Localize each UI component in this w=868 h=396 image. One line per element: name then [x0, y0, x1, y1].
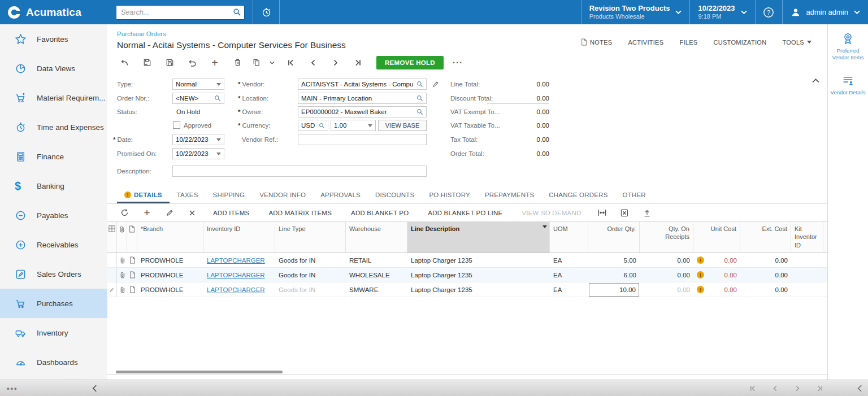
- cell-ext-cost[interactable]: 0.00: [740, 257, 791, 264]
- sidebar-item-material-requirem[interactable]: Material Requirem...: [0, 83, 107, 112]
- remove-hold-button[interactable]: REMOVE HOLD: [376, 56, 444, 69]
- cell-ext-cost[interactable]: 0.00: [740, 272, 791, 278]
- sidebar-item-payables[interactable]: Payables: [0, 201, 107, 230]
- table-row[interactable]: PRODWHOLE LAPTOPCHARGER Goods for IN SMW…: [107, 282, 827, 297]
- cell-line-type[interactable]: Goods for IN: [275, 272, 346, 278]
- cell-line-type[interactable]: Goods for IN: [275, 257, 346, 264]
- cell-qty-on-receipts[interactable]: 0.00: [640, 272, 693, 278]
- cell-warehouse[interactable]: WHOLESALE: [346, 272, 407, 278]
- go-prev-icon[interactable]: [302, 59, 324, 67]
- cell-uom[interactable]: EA: [550, 286, 588, 293]
- header-menu-activities[interactable]: ACTIVITIES: [620, 32, 671, 52]
- grid-button-add-blanket-po[interactable]: ADD BLANKET PO: [341, 210, 418, 216]
- export-excel-icon[interactable]: [613, 208, 636, 217]
- cell-order-qty[interactable]: 10.00: [588, 283, 640, 297]
- cell-branch[interactable]: PRODWHOLE: [137, 286, 203, 293]
- grid-button-add-matrix-items[interactable]: ADD MATRIX ITEMS: [259, 210, 341, 216]
- add-record-icon[interactable]: +: [203, 57, 226, 68]
- edit-vendor-icon[interactable]: [432, 80, 440, 88]
- column-header-kit-inventor-id[interactable]: Kit Inventor ID: [791, 222, 823, 253]
- note-icon[interactable]: [127, 286, 137, 293]
- delete-record-icon[interactable]: [226, 58, 249, 67]
- cell-warehouse[interactable]: SMWARE: [346, 286, 407, 293]
- column-header-line-type[interactable]: Line Type: [275, 222, 346, 253]
- cell-uom[interactable]: EA: [550, 257, 588, 264]
- column-header-line-description[interactable]: Line Description: [407, 222, 550, 253]
- save-close-icon[interactable]: [136, 58, 158, 67]
- cell-qty-on-receipts[interactable]: 0.00: [640, 257, 693, 264]
- cell-line-type[interactable]: Goods for IN: [275, 286, 346, 293]
- more-actions-icon[interactable]: ···: [453, 58, 463, 67]
- tab-shipping[interactable]: SHIPPING: [206, 188, 253, 203]
- fit-width-icon[interactable]: [591, 208, 613, 217]
- cell-uom[interactable]: EA: [550, 272, 588, 278]
- grid-settings-icon[interactable]: [107, 222, 117, 253]
- column-header-branch[interactable]: *Branch: [137, 222, 203, 253]
- collapse-panel-icon[interactable]: [857, 385, 862, 392]
- order-qty-input[interactable]: 10.00: [589, 283, 639, 297]
- tab-approvals[interactable]: APPROVALS: [313, 188, 368, 203]
- vendor-lookup[interactable]: ACITAISYST - Acitai Systems - Compu: [298, 79, 427, 90]
- cell-line-description[interactable]: Laptop Charger 1235: [407, 286, 550, 293]
- currency-rate-select[interactable]: 1.00: [331, 120, 376, 131]
- refresh-icon[interactable]: [113, 208, 136, 217]
- cell-qty-on-receipts[interactable]: 0.00: [640, 286, 693, 293]
- sidebar-item-receivables[interactable]: Receivables: [0, 230, 107, 259]
- cell-branch[interactable]: PRODWHOLE: [137, 272, 203, 278]
- sidebar-item-time-and-expenses[interactable]: Time and Expenses: [0, 112, 107, 142]
- user-menu[interactable]: admin admin: [782, 0, 868, 24]
- upload-icon[interactable]: [636, 208, 658, 217]
- pager-last-icon[interactable]: [817, 385, 824, 392]
- cell-unit-cost[interactable]: !0.00: [693, 256, 740, 264]
- pager-first-icon[interactable]: [749, 385, 756, 392]
- sidebar-item-finance[interactable]: Finance: [0, 142, 107, 171]
- edit-row-icon[interactable]: [158, 208, 181, 217]
- cell-order-qty[interactable]: 5.00: [588, 257, 640, 264]
- column-header-qty-on-receipts[interactable]: Qty. On Receipts: [640, 222, 693, 253]
- search-icon[interactable]: [233, 8, 241, 16]
- tab-other[interactable]: OTHER: [615, 188, 653, 203]
- attachment-icon[interactable]: [117, 286, 127, 294]
- horizontal-scrollbar[interactable]: [116, 371, 283, 373]
- help-icon[interactable]: ?: [755, 0, 782, 24]
- sidebar-item-data-views[interactable]: Data Views: [0, 54, 107, 83]
- tab-prepayments[interactable]: PREPAYMENTS: [478, 188, 541, 203]
- cell-unit-cost[interactable]: !0.00: [693, 286, 740, 293]
- attachment-icon[interactable]: [117, 271, 127, 279]
- cell-order-qty[interactable]: 6.00: [588, 272, 640, 278]
- cell-line-description[interactable]: Laptop Charger 1235: [407, 257, 550, 264]
- copy-paste-icon[interactable]: [249, 58, 263, 67]
- undo-icon[interactable]: [181, 58, 203, 68]
- inventory-id-link[interactable]: LAPTOPCHARGER: [207, 257, 265, 264]
- tab-vendor-info[interactable]: VENDOR INFO: [252, 188, 313, 203]
- sidebar-item-dashboards[interactable]: Dashboards: [0, 347, 107, 377]
- row-selector[interactable]: [107, 253, 117, 267]
- inventory-id-link[interactable]: LAPTOPCHARGER: [207, 286, 265, 293]
- business-date-icon[interactable]: [253, 7, 279, 18]
- go-first-icon[interactable]: [279, 59, 302, 67]
- cell-unit-cost[interactable]: !0.00: [693, 271, 740, 278]
- collapse-sidebar-icon[interactable]: [92, 385, 97, 392]
- cell-branch[interactable]: PRODWHOLE: [137, 257, 203, 264]
- table-row[interactable]: PRODWHOLE LAPTOPCHARGER Goods for IN WHO…: [107, 268, 827, 282]
- description-input[interactable]: [172, 166, 427, 177]
- approved-checkbox[interactable]: Approved: [173, 121, 211, 129]
- side-panel-preferred-vendor-items[interactable]: Preferred Vendor Items: [828, 24, 868, 66]
- save-icon[interactable]: [158, 58, 181, 67]
- column-header-order-qty[interactable]: Order Qty.: [588, 222, 640, 253]
- delete-row-icon[interactable]: [181, 209, 203, 217]
- tab-discounts[interactable]: DISCOUNTS: [368, 188, 422, 203]
- go-last-icon[interactable]: [347, 59, 370, 67]
- total-value-discount-total[interactable]: 0.00: [487, 93, 549, 104]
- sidebar-item-inventory[interactable]: Inventory: [0, 318, 107, 347]
- cell-warehouse[interactable]: RETAIL: [346, 257, 407, 264]
- order-nbr-lookup[interactable]: <NEW>: [172, 93, 224, 104]
- pager-prev-icon[interactable]: [771, 385, 779, 392]
- owner-lookup[interactable]: EP00000002 - Maxwell Baker: [298, 106, 427, 118]
- currency-lookup[interactable]: USD: [298, 120, 328, 131]
- tab-details[interactable]: ! DETAILS: [117, 188, 170, 203]
- notes-column-icon[interactable]: [127, 222, 137, 253]
- breadcrumb[interactable]: Purchase Orders: [117, 31, 166, 37]
- column-header-inventory-id[interactable]: Inventory ID: [203, 222, 275, 253]
- header-menu-customization[interactable]: CUSTOMIZATION: [705, 32, 774, 52]
